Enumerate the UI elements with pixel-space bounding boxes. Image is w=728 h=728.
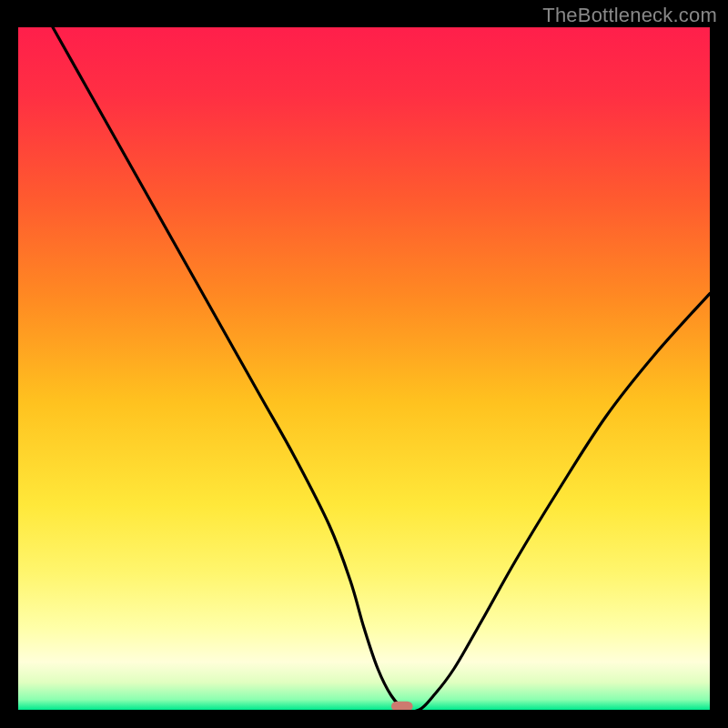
watermark-text: TheBottleneck.com: [542, 4, 717, 27]
gradient-background: [18, 27, 710, 710]
plot-svg: [18, 27, 710, 710]
plot-area: [18, 27, 710, 710]
optimal-marker: [391, 702, 413, 710]
chart-frame: TheBottleneck.com: [0, 0, 728, 728]
